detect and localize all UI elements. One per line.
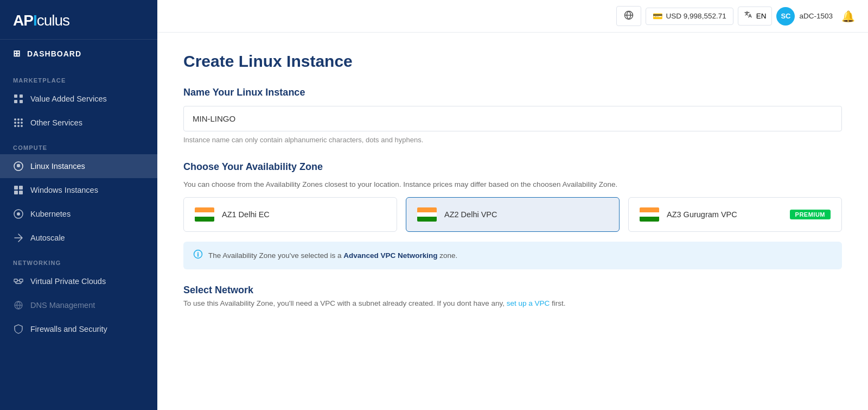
az-card-az3[interactable]: AZ3 Gurugram VPC PREMIUM (628, 197, 842, 232)
virtual-private-clouds-label: Virtual Private Clouds (30, 277, 106, 286)
svg-point-6 (21, 118, 23, 121)
az-cards: AZ1 Delhi EC AZ2 Delhi VPC (183, 197, 842, 232)
name-section: Name Your Linux Instance Instance name c… (183, 87, 842, 144)
az-section-title: Choose Your Availability Zone (183, 161, 842, 173)
network-section: Select Network To use this Availability … (183, 285, 842, 307)
sidebar-item-virtual-private-clouds[interactable]: Virtual Private Clouds (0, 269, 157, 293)
sidebar-item-linux-instances[interactable]: Linux Instances (0, 154, 157, 178)
marketplace-label: MARKETPLACE (0, 67, 157, 87)
sidebar-item-dashboard[interactable]: ⊞ DASHBOARD (0, 40, 157, 67)
sidebar-section-networking: NETWORKING Virtual Private Clouds DNS Ma… (0, 250, 157, 341)
svg-rect-14 (14, 186, 18, 190)
vpc-icon (13, 276, 24, 287)
sidebar-section-marketplace: MARKETPLACE Value Added Services Other S… (0, 67, 157, 135)
username-label: aDC-1503 (799, 12, 833, 20)
notification-bell-icon[interactable]: 🔔 (841, 10, 855, 23)
translate-icon (744, 10, 754, 22)
sidebar-item-kubernetes[interactable]: Kubernetes (0, 202, 157, 226)
value-added-services-label: Value Added Services (30, 94, 107, 103)
premium-badge: PREMIUM (790, 210, 831, 219)
az3-flag (640, 207, 659, 222)
dns-management-label: DNS Management (30, 301, 95, 310)
svg-rect-1 (20, 94, 23, 98)
svg-point-8 (17, 122, 20, 124)
dashboard-icon: ⊞ (13, 48, 21, 59)
avatar: SC (776, 7, 795, 26)
autoscale-icon (13, 232, 24, 243)
language-label: EN (756, 12, 767, 20)
globe-button[interactable] (616, 6, 641, 26)
svg-rect-0 (14, 94, 17, 98)
az2-flag (417, 207, 437, 222)
sidebar: APIculus ⊞ DASHBOARD MARKETPLACE Value A… (0, 0, 157, 410)
balance-button[interactable]: 💳 USD 9,998,552.71 (646, 8, 733, 25)
info-icon (193, 249, 203, 262)
sidebar-item-autoscale[interactable]: Autoscale (0, 226, 157, 250)
balance-amount: USD 9,998,552.71 (666, 12, 726, 20)
kubernetes-label: Kubernetes (30, 210, 71, 218)
linux-icon (13, 161, 24, 172)
app-logo: APIculus (13, 12, 144, 29)
svg-rect-17 (19, 191, 23, 194)
az-card-az2[interactable]: AZ2 Delhi VPC (406, 197, 620, 232)
svg-rect-15 (19, 186, 23, 190)
az2-label: AZ2 Delhi VPC (444, 210, 497, 219)
sidebar-item-value-added-services[interactable]: Value Added Services (0, 87, 157, 111)
instance-name-input[interactable] (183, 106, 842, 131)
logo-area: APIculus (0, 0, 157, 40)
dashboard-label: DASHBOARD (27, 49, 81, 58)
page-title: Create Linux Instance (183, 52, 842, 71)
windows-icon (13, 185, 24, 195)
sidebar-item-dns-management[interactable]: DNS Management (0, 293, 157, 317)
linux-instances-label: Linux Instances (30, 162, 85, 171)
svg-point-12 (21, 125, 23, 127)
other-services-icon (13, 117, 24, 128)
svg-point-5 (17, 118, 20, 121)
svg-point-19 (17, 212, 20, 216)
svg-point-10 (14, 125, 16, 127)
page-content: Create Linux Instance Name Your Linux In… (157, 33, 868, 410)
svg-point-9 (21, 122, 23, 124)
autoscale-label: Autoscale (30, 234, 65, 242)
svg-rect-2 (14, 100, 17, 103)
svg-point-7 (14, 122, 16, 124)
setup-vpc-link[interactable]: set up a VPC (507, 299, 550, 307)
name-section-title: Name Your Linux Instance (183, 87, 842, 98)
network-section-desc: To use this Availability Zone, you'll ne… (183, 299, 842, 307)
az-section: Choose Your Availability Zone You can ch… (183, 161, 842, 269)
topbar: 💳 USD 9,998,552.71 EN SC aDC-1503 🔔 (157, 0, 868, 33)
other-services-label: Other Services (30, 118, 82, 127)
main-content: 💳 USD 9,998,552.71 EN SC aDC-1503 🔔 Crea… (157, 0, 868, 410)
dns-icon (13, 300, 24, 311)
vpc-notice: The Availability Zone you've selected is… (183, 242, 842, 269)
compute-label: COMPUTE (0, 135, 157, 154)
language-button[interactable]: EN (738, 7, 773, 26)
svg-point-4 (14, 118, 16, 121)
svg-rect-3 (20, 100, 23, 103)
firewalls-and-security-label: Firewalls and Security (30, 325, 107, 333)
name-hint: Instance name can only contain alphanume… (183, 136, 842, 144)
az-subtitle: You can choose from the Availability Zon… (183, 180, 842, 188)
svg-point-11 (17, 125, 20, 127)
wallet-icon: 💳 (653, 11, 663, 21)
sidebar-item-firewalls-and-security[interactable]: Firewalls and Security (0, 317, 157, 341)
vpc-notice-bold: Advanced VPC Networking (343, 251, 437, 260)
sidebar-item-windows-instances[interactable]: Windows Instances (0, 178, 157, 202)
networking-label: NETWORKING (0, 250, 157, 269)
kubernetes-icon (13, 209, 24, 219)
sidebar-section-compute: COMPUTE Linux Instances Windows Instance… (0, 135, 157, 250)
svg-rect-16 (14, 191, 18, 194)
value-added-services-icon (13, 93, 24, 104)
svg-rect-21 (20, 279, 23, 282)
windows-instances-label: Windows Instances (30, 186, 98, 194)
network-section-title: Select Network (183, 285, 842, 296)
svg-rect-20 (14, 279, 17, 282)
az-card-az1[interactable]: AZ1 Delhi EC (183, 197, 397, 232)
globe-icon (623, 10, 634, 22)
firewall-icon (13, 324, 24, 335)
az1-label: AZ1 Delhi EC (222, 210, 270, 219)
az1-flag (195, 207, 214, 222)
sidebar-item-other-services[interactable]: Other Services (0, 111, 157, 135)
az3-label: AZ3 Gurugram VPC (667, 210, 737, 219)
vpc-notice-text: The Availability Zone you've selected is… (208, 251, 457, 260)
